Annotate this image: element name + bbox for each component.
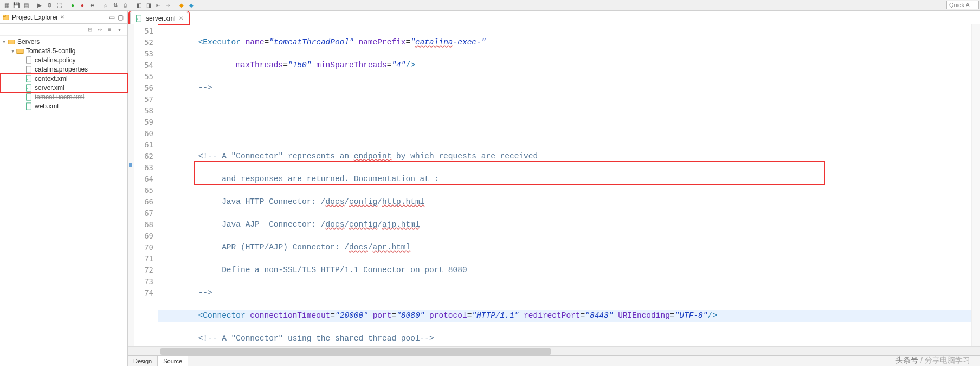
maximize-icon[interactable]: ▢ bbox=[118, 14, 125, 21]
toolbar-icon[interactable]: ⬚ bbox=[55, 1, 63, 10]
toolbar-icon[interactable]: ⇅ bbox=[111, 1, 120, 10]
separator bbox=[175, 2, 175, 9]
tree-node-context-xml[interactable]: x context.xml bbox=[0, 74, 127, 83]
tree-label: web.xml bbox=[35, 102, 59, 110]
quick-access-input[interactable] bbox=[946, 1, 979, 9]
toolbar-icon[interactable]: ◆ bbox=[177, 1, 186, 10]
twisty-icon[interactable]: ▾ bbox=[0, 38, 8, 44]
toolbar-icon[interactable]: ▦ bbox=[2, 1, 11, 10]
watermark: 头条号 / 分享电脑学习 bbox=[895, 356, 970, 365]
twisty-icon[interactable]: ▾ bbox=[9, 48, 16, 54]
toolbar-icon[interactable]: ⇥ bbox=[164, 1, 172, 10]
separator bbox=[132, 2, 132, 9]
editor-tab-server-xml[interactable]: x server.xml ✕ bbox=[130, 12, 188, 24]
horizontal-scrollbar[interactable] bbox=[128, 346, 980, 355]
svg-rect-11 bbox=[27, 102, 31, 109]
separator bbox=[99, 2, 99, 9]
filter-icon[interactable]: ≡ bbox=[106, 26, 113, 34]
svg-rect-3 bbox=[17, 49, 23, 53]
toolbar-icon[interactable]: ● bbox=[78, 1, 87, 10]
toolbar-icon[interactable]: ◨ bbox=[144, 1, 153, 10]
tree-node-file[interactable]: catalina.policy bbox=[0, 55, 127, 65]
line-number-gutter: 5152535455565758596061626364656667686970… bbox=[134, 24, 158, 346]
toolbar-icon[interactable]: ◆ bbox=[187, 1, 196, 10]
minimize-icon[interactable]: ▭ bbox=[109, 14, 117, 21]
svg-text:x: x bbox=[27, 86, 29, 89]
xml-file-icon bbox=[25, 93, 33, 101]
toolbar-icon[interactable]: 💾 bbox=[12, 1, 21, 10]
file-icon bbox=[25, 56, 33, 64]
svg-rect-1 bbox=[3, 15, 5, 16]
toolbar-icon[interactable]: ▤ bbox=[22, 1, 30, 10]
project-explorer-panel: Project Explorer ✕ ▭ ▢ ⊟ ⇔ ≡ ▾ ▾ Servers… bbox=[0, 11, 128, 366]
svg-rect-5 bbox=[27, 66, 31, 72]
tab-design[interactable]: Design bbox=[128, 356, 158, 366]
panel-title: Project Explorer bbox=[12, 14, 58, 21]
toolbar-icon[interactable]: ⬌ bbox=[88, 1, 96, 10]
collapse-all-icon[interactable]: ⊟ bbox=[86, 26, 94, 34]
tree-node-tomcat[interactable]: ▾ Tomcat8.5-config bbox=[0, 46, 127, 55]
tree-label: server.xml bbox=[35, 84, 65, 92]
tree-label: Servers bbox=[17, 38, 40, 46]
toolbar-icon[interactable]: ⚙ bbox=[45, 1, 54, 10]
editor-bottom-tabs: Design Source bbox=[128, 355, 980, 366]
tab-label: server.xml bbox=[146, 15, 176, 22]
panel-header: Project Explorer ✕ ▭ ▢ bbox=[0, 11, 127, 24]
editor-body[interactable]: 5152535455565758596061626364656667686970… bbox=[128, 24, 980, 346]
xml-file-icon: x bbox=[135, 15, 143, 22]
tree-label: context.xml bbox=[35, 75, 68, 82]
project-tree: ▾ Servers ▾ Tomcat8.5-config catalina.po… bbox=[0, 36, 127, 112]
toolbar-icon[interactable]: ⌕ bbox=[101, 1, 110, 10]
svg-text:x: x bbox=[137, 17, 139, 20]
editor-panel: x server.xml ✕ 5152535455565758596061626… bbox=[128, 11, 980, 366]
link-icon[interactable]: ⇔ bbox=[96, 26, 104, 34]
tree-node-file[interactable]: catalina.properties bbox=[0, 65, 127, 74]
tree-node-server-xml[interactable]: x server.xml bbox=[0, 83, 127, 92]
separator bbox=[33, 2, 33, 9]
main-toolbar: ▦ 💾 ▤ ▶ ⚙ ⬚ ● ● ⬌ ⌕ ⇅ ⎙ ◧ ◨ ⇤ ⇥ ◆ ◆ bbox=[0, 0, 980, 11]
panel-toolbar: ⊟ ⇔ ≡ ▾ bbox=[0, 24, 127, 36]
tree-label: catalina.policy bbox=[35, 56, 75, 64]
toolbar-icon[interactable]: ▶ bbox=[35, 1, 44, 10]
code-area[interactable]: <Executor name="tomcatThreadPool" namePr… bbox=[158, 24, 980, 346]
tab-source[interactable]: Source bbox=[158, 356, 188, 366]
toolbar-icon[interactable]: ● bbox=[68, 1, 77, 10]
tree-label: Tomcat8.5-config bbox=[26, 47, 75, 55]
overview-ruler[interactable] bbox=[971, 24, 980, 346]
xml-file-icon: x bbox=[25, 75, 33, 82]
explorer-icon bbox=[2, 14, 10, 21]
tree-node-web-xml[interactable]: web.xml bbox=[0, 101, 127, 111]
toolbar-icon[interactable]: ⎙ bbox=[121, 1, 130, 10]
xml-file-icon: x bbox=[25, 84, 33, 92]
tree-node-servers[interactable]: ▾ Servers bbox=[0, 37, 127, 46]
file-icon bbox=[25, 66, 33, 73]
svg-rect-2 bbox=[8, 40, 15, 44]
close-icon[interactable]: ✕ bbox=[179, 15, 183, 21]
menu-icon[interactable]: ▾ bbox=[115, 26, 123, 34]
separator bbox=[66, 2, 66, 9]
editor-tab-bar: x server.xml ✕ bbox=[128, 11, 980, 24]
svg-rect-10 bbox=[27, 93, 31, 100]
tree-node-tomcat-users[interactable]: tomcat-users.xml bbox=[0, 92, 127, 101]
folder-icon bbox=[16, 47, 24, 55]
scrollbar-thumb[interactable] bbox=[160, 348, 551, 355]
fold-column[interactable] bbox=[128, 24, 134, 346]
toolbar-icon[interactable]: ⇤ bbox=[154, 1, 163, 10]
xml-file-icon bbox=[25, 102, 33, 110]
tree-label: catalina.properties bbox=[35, 66, 88, 73]
tree-label: tomcat-users.xml bbox=[35, 93, 84, 101]
close-icon[interactable]: ✕ bbox=[60, 14, 65, 20]
toolbar-icon[interactable]: ◧ bbox=[134, 1, 143, 10]
svg-rect-4 bbox=[27, 56, 31, 63]
svg-text:x: x bbox=[27, 77, 29, 80]
project-icon bbox=[8, 38, 15, 46]
